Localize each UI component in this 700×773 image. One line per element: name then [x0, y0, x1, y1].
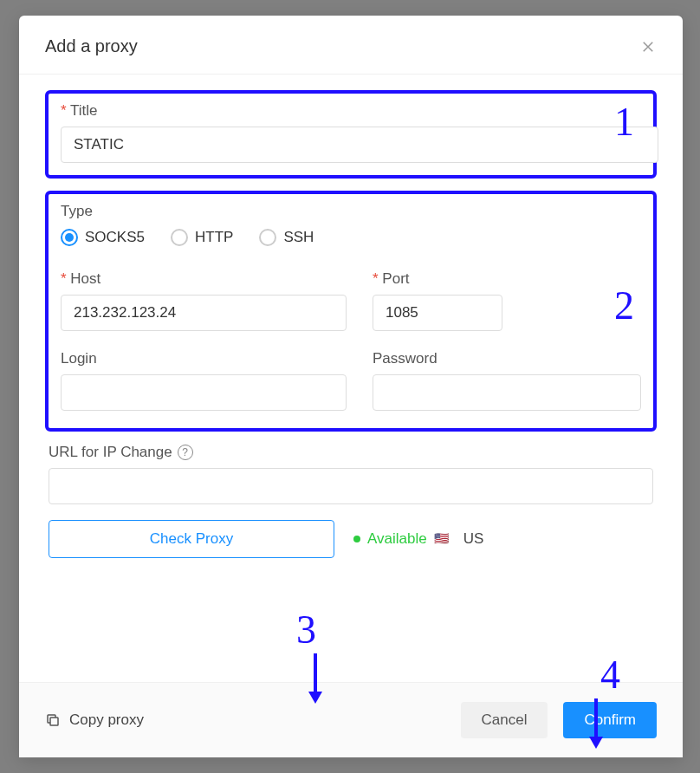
- title-input[interactable]: [61, 127, 658, 163]
- radio-label: HTTP: [195, 229, 233, 246]
- modal-body: 1 Title 2 Type SOCKS5 HTTP: [19, 75, 683, 682]
- annotation-number-1: 1: [614, 102, 634, 142]
- copy-icon: [45, 712, 61, 728]
- url-change-section: URL for IP Change ?: [45, 444, 657, 504]
- country-code: US: [463, 530, 484, 548]
- add-proxy-modal: Add a proxy 1 Title 2 Type SOCKS5: [19, 16, 683, 757]
- login-field: Login: [61, 350, 347, 411]
- password-label: Password: [373, 350, 641, 367]
- annotation-number-2: 2: [614, 286, 634, 326]
- cancel-button[interactable]: Cancel: [461, 702, 548, 738]
- status-text: Available: [367, 530, 427, 548]
- close-icon: [640, 39, 656, 55]
- confirm-button[interactable]: Confirm: [563, 702, 657, 738]
- status-dot-icon: [353, 536, 360, 542]
- radio-http[interactable]: HTTP: [171, 229, 233, 246]
- url-change-label: URL for IP Change: [49, 444, 172, 461]
- port-input[interactable]: [373, 295, 502, 331]
- proxy-status: Available 🇺🇸 US: [353, 530, 483, 548]
- arrow-down-icon: [305, 653, 326, 705]
- arrow-down-icon: [586, 698, 606, 750]
- modal-footer: Copy proxy Cancel Confirm: [19, 682, 683, 757]
- radio-ssh[interactable]: SSH: [259, 229, 314, 246]
- copy-proxy-button[interactable]: Copy proxy: [45, 711, 144, 729]
- radio-icon: [259, 229, 276, 246]
- annotation-number-3: 3: [296, 607, 316, 653]
- modal-header: Add a proxy: [19, 16, 683, 75]
- radio-socks5[interactable]: SOCKS5: [61, 229, 145, 246]
- radio-label: SOCKS5: [85, 229, 145, 246]
- copy-proxy-label: Copy proxy: [69, 711, 144, 729]
- url-change-input[interactable]: [49, 468, 653, 504]
- port-field: Port: [373, 270, 502, 331]
- host-port-row: Host Port: [61, 270, 641, 331]
- close-button[interactable]: [639, 38, 657, 55]
- annotation-number-4: 4: [600, 652, 620, 698]
- modal-title: Add a proxy: [45, 36, 138, 56]
- type-section: Type SOCKS5 HTTP SSH: [61, 203, 641, 246]
- login-label: Login: [61, 350, 347, 367]
- password-field: Password: [373, 350, 641, 411]
- host-input[interactable]: [61, 295, 347, 331]
- password-input[interactable]: [373, 374, 641, 411]
- host-field: Host: [61, 270, 347, 331]
- footer-buttons: Cancel Confirm: [461, 702, 657, 738]
- radio-icon: [171, 229, 188, 246]
- check-proxy-row: Check Proxy Available 🇺🇸 US: [45, 520, 657, 558]
- title-label: Title: [61, 102, 641, 120]
- annotation-box-1: 1 Title: [45, 90, 657, 179]
- radio-label: SSH: [283, 229, 314, 246]
- type-label: Type: [61, 203, 641, 220]
- radio-icon: [61, 229, 78, 246]
- login-password-row: Login Password: [61, 350, 641, 411]
- help-icon[interactable]: ?: [178, 445, 193, 460]
- flag-icon: 🇺🇸: [434, 531, 457, 547]
- type-radio-group: SOCKS5 HTTP SSH: [61, 229, 641, 246]
- check-proxy-button[interactable]: Check Proxy: [49, 520, 334, 558]
- annotation-box-2: 2 Type SOCKS5 HTTP SSH: [45, 191, 657, 432]
- svg-rect-2: [50, 718, 58, 725]
- host-label: Host: [61, 270, 347, 288]
- port-label: Port: [373, 270, 502, 288]
- login-input[interactable]: [61, 374, 347, 411]
